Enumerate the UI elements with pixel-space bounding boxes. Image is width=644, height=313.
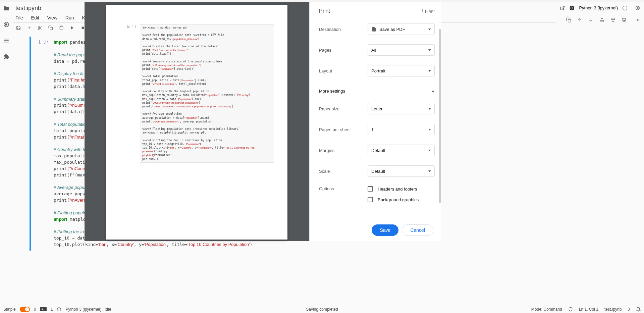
svg-rect-9 — [50, 27, 53, 30]
preview-page: In [ ]: "kw">import pandas "kw">as pd "c… — [106, 5, 287, 240]
kernel-name[interactable]: Python 3 (ipykernel) — [579, 5, 618, 10]
svg-point-25 — [57, 307, 61, 311]
simple-mode-label[interactable]: Simple — [3, 307, 16, 312]
insert-above-icon[interactable] — [599, 17, 604, 22]
copy-icon[interactable] — [48, 25, 53, 30]
pages-label: Pages — [319, 48, 368, 53]
cut-icon[interactable] — [38, 25, 42, 30]
svg-line-13 — [562, 6, 564, 8]
simple-toggle[interactable] — [20, 307, 30, 312]
scale-label: Scale — [319, 169, 368, 174]
svg-rect-20 — [611, 18, 615, 19]
notebook-title[interactable]: test.ipynb — [13, 5, 41, 12]
status-bar: Simple 0 >_ 1 Python 3 (ipykernel) | Idl… — [0, 305, 644, 313]
mode-label: Mode: Command — [531, 307, 562, 312]
pages-dropdown[interactable]: All — [368, 44, 435, 56]
status-one: 1 — [51, 307, 53, 312]
pdf-icon — [371, 27, 377, 32]
background-graphics-label: Background graphics — [378, 197, 419, 202]
svg-point-24 — [637, 19, 638, 21]
chevron-down-icon — [428, 29, 431, 30]
print-dialog: In [ ]: "kw">import pandas "kw">as pd "c… — [85, 2, 441, 241]
move-down-icon[interactable] — [588, 17, 593, 22]
scrollbar[interactable] — [439, 29, 441, 203]
bell-icon[interactable] — [636, 307, 641, 312]
print-title: Print — [319, 8, 330, 14]
svg-rect-1 — [6, 24, 7, 25]
headers-footers-label: Headers and footers — [378, 187, 417, 192]
chevron-down-icon — [428, 150, 431, 151]
svg-marker-11 — [71, 26, 73, 30]
saving-status: Saving completed — [306, 307, 338, 312]
preview-prompt: In [ ]: — [126, 24, 140, 163]
duplicate-icon[interactable] — [566, 17, 571, 22]
paste-icon[interactable] — [59, 25, 64, 30]
svg-rect-15 — [568, 19, 571, 22]
cell-prompt: [ ]: — [31, 37, 51, 251]
add-cell-icon[interactable] — [27, 25, 32, 30]
destination-label: Destination — [319, 27, 368, 32]
kernel-spec-icon[interactable] — [57, 307, 61, 312]
save-button[interactable]: Save — [372, 224, 398, 236]
chevron-down-icon — [428, 108, 431, 110]
svg-point-22 — [637, 7, 638, 9]
run-icon[interactable] — [70, 25, 74, 30]
margins-dropdown[interactable]: Default — [368, 145, 435, 156]
preview-code: "kw">import pandas "kw">as pd "cm"># Rea… — [140, 24, 274, 163]
filename-status: test.ipynb — [604, 307, 622, 312]
svg-point-14 — [572, 7, 573, 9]
headers-footers-checkbox[interactable] — [368, 186, 373, 192]
open-external-icon[interactable] — [560, 6, 565, 10]
running-icon[interactable] — [3, 21, 9, 28]
property-inspector — [631, 2, 644, 306]
chevron-down-icon — [428, 129, 431, 131]
background-graphics-checkbox[interactable] — [368, 197, 373, 202]
debug-icon[interactable] — [635, 17, 640, 23]
scale-dropdown[interactable]: Default — [368, 165, 435, 177]
menu-file[interactable]: File — [15, 15, 23, 20]
settings-gear-icon[interactable] — [570, 6, 574, 10]
chevron-down-icon — [428, 70, 431, 72]
menu-view[interactable]: View — [47, 15, 57, 20]
kernel-status-icon[interactable] — [623, 6, 627, 10]
delete-icon[interactable] — [622, 17, 627, 22]
move-up-icon[interactable] — [577, 17, 582, 22]
svg-line-7 — [40, 28, 41, 29]
toc-icon[interactable] — [3, 38, 9, 44]
menu-run[interactable]: Run — [65, 15, 74, 20]
margins-label: Margins — [319, 148, 368, 153]
pps-label: Pages per sheet — [319, 127, 368, 132]
kernel-status-text[interactable]: Python 3 (ipykernel) | Idle — [65, 307, 111, 312]
cancel-button[interactable]: Cancel — [402, 224, 433, 236]
layout-label: Layout — [319, 68, 368, 73]
destination-dropdown[interactable]: Save as PDF — [368, 23, 435, 35]
more-settings-toggle[interactable]: More settings — [319, 89, 435, 94]
status-right-zero: 0 — [628, 307, 630, 312]
chevron-down-icon — [428, 170, 431, 172]
svg-rect-10 — [61, 26, 62, 27]
pps-dropdown[interactable]: 1 — [368, 124, 435, 135]
svg-point-5 — [38, 29, 40, 30]
trusted-icon[interactable] — [568, 307, 573, 312]
print-preview-pane: In [ ]: "kw">import pandas "kw">as pd "c… — [85, 2, 309, 241]
status-zero: 0 — [34, 307, 36, 312]
page-count: 1 page — [421, 8, 435, 14]
paper-size-dropdown[interactable]: Letter — [368, 103, 435, 114]
options-label: Options — [319, 186, 368, 191]
terminal-badge[interactable]: >_ — [40, 307, 46, 311]
save-icon[interactable] — [16, 25, 21, 30]
gears-icon[interactable] — [635, 5, 640, 11]
folder-icon[interactable] — [3, 5, 9, 11]
activity-bar — [0, 2, 13, 306]
svg-line-8 — [39, 27, 40, 28]
cursor-pos: Ln 1, Col 1 — [579, 307, 598, 312]
svg-point-23 — [636, 6, 640, 10]
layout-dropdown[interactable]: Portrait — [368, 65, 435, 76]
svg-rect-12 — [82, 27, 84, 29]
menu-edit[interactable]: Edit — [31, 15, 39, 20]
insert-below-icon[interactable] — [610, 17, 615, 22]
chevron-down-icon — [428, 49, 431, 51]
extensions-icon[interactable] — [3, 54, 9, 60]
svg-point-4 — [38, 26, 40, 28]
svg-rect-18 — [600, 20, 604, 22]
